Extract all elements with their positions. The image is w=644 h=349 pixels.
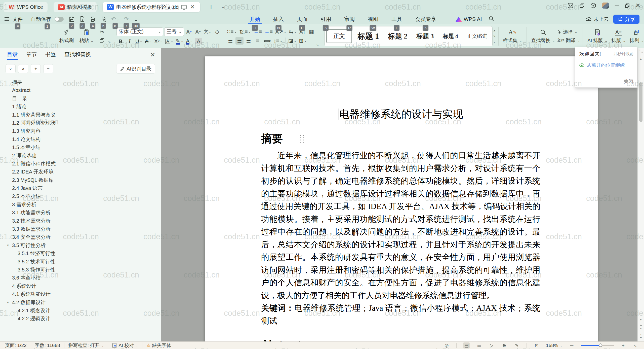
strikethrough-button[interactable]: A⌄ xyxy=(144,38,152,45)
ribbon-tab[interactable]: 视图 W xyxy=(362,14,384,24)
window-tab-home[interactable]: W WPS Office xyxy=(4,2,48,12)
toc-item[interactable]: 2.1 微信小程序模式 xyxy=(0,160,161,168)
close-window-button[interactable]: ✕ xyxy=(635,3,640,9)
underline-button[interactable]: U⌄ xyxy=(135,38,143,45)
export-pdf-button[interactable]: 3 xyxy=(79,16,85,22)
font-name-combo[interactable]: 宋体 (正文)⌄ xyxy=(116,27,163,36)
toc-item[interactable]: 摘要 xyxy=(0,78,161,86)
toc-item[interactable]: 2 理论基础 xyxy=(0,152,161,160)
eye-protect-icon[interactable]: ◎ xyxy=(443,342,450,348)
justify-button[interactable]: ≡ xyxy=(254,37,262,45)
toc-item[interactable]: 1.1 研究背景与意义 xyxy=(0,111,161,119)
close-sidebar-icon[interactable]: ✕ xyxy=(150,51,155,58)
style-item[interactable]: 正文缩进 xyxy=(464,32,491,41)
share-button[interactable]: 分享 xyxy=(613,15,639,24)
toc-item[interactable]: 3.4 安全需求分析 xyxy=(0,233,161,241)
char-shading-button[interactable]: A xyxy=(194,38,203,45)
ai-proofread-button[interactable]: AI 校对⌄ xyxy=(112,342,138,349)
toc-item[interactable]: 2.5 本章小结 xyxy=(0,192,161,200)
increase-indent-button[interactable]: →≡ xyxy=(264,28,273,36)
clear-format-button[interactable]: ◇ xyxy=(213,28,221,36)
ribbon-tab[interactable]: 插入 N xyxy=(268,14,289,24)
ink-pen-icon[interactable]: ✎ xyxy=(513,342,520,348)
wrap-button[interactable]: ⇆⌄ xyxy=(288,28,298,36)
web-view-icon[interactable]: ⊕ xyxy=(501,342,507,348)
customize-quickbar-button[interactable]: ⌄ 00 xyxy=(133,16,138,22)
font-size-combo[interactable]: 三号⌄ xyxy=(164,27,184,36)
toc-item[interactable]: 1.4 论文结构 xyxy=(0,135,161,143)
close-popup-button[interactable]: 关闭 xyxy=(624,78,633,85)
toc-item[interactable]: 1.3 研究内容 xyxy=(0,127,161,135)
style-set-button[interactable]: A✎ 样式集 ⌄ xyxy=(501,27,524,45)
highlight-button[interactable]: ✎⌄ xyxy=(175,38,184,45)
decrease-font-button[interactable]: A− xyxy=(194,28,202,36)
borders-button[interactable]: ⊞⌄ xyxy=(298,37,308,45)
toc-item[interactable]: 4.2 数据库设计 xyxy=(0,298,161,306)
layout-button[interactable]: A≡ 排版 ⌄ xyxy=(610,27,628,45)
font-color-button[interactable]: A⌄ xyxy=(185,38,193,45)
zoom-out-button[interactable]: ─ xyxy=(569,342,575,348)
select-button[interactable]: 选择⌄ xyxy=(557,29,580,35)
dialog-launcher-icon[interactable]: ⇘ xyxy=(316,43,319,47)
print-preview-button[interactable]: 5 xyxy=(100,16,106,22)
style-item[interactable]: 标题 2 xyxy=(384,30,411,42)
toc-item[interactable]: 4 系统设计 xyxy=(0,282,161,290)
align-left-button[interactable]: ☰ xyxy=(226,37,234,45)
character-border-button[interactable]: A⌄ xyxy=(165,38,174,45)
style-item[interactable]: 正文 xyxy=(326,29,352,43)
gallery-down-icon[interactable]: ∨ xyxy=(493,34,496,38)
ribbon-tab[interactable]: 开始 H xyxy=(244,14,266,24)
scrollbar-thumb[interactable] xyxy=(639,82,642,122)
scroll-down-icon[interactable]: ▼ xyxy=(639,318,642,321)
toc-item[interactable]: 4.2.2 逻辑设计 xyxy=(0,315,161,323)
scroll-up-icon[interactable]: ▲ xyxy=(639,57,642,61)
toc-item[interactable]: 4.1 系统功能设计 xyxy=(0,290,161,298)
superscript-button[interactable]: X2⌄ xyxy=(153,38,164,45)
toc-item[interactable]: 3.5.1 经济可行性 xyxy=(0,249,161,257)
page-view-icon[interactable]: ▤ xyxy=(463,342,470,348)
gallery-more-icon[interactable]: ⌄ xyxy=(493,40,496,43)
cloud-status[interactable]: 未上云 xyxy=(586,16,609,23)
paragraph-drag-handle[interactable] xyxy=(300,135,304,143)
toc-item[interactable]: 1.5 本章小结 xyxy=(0,143,161,151)
copy-icon[interactable] xyxy=(98,37,106,44)
align-center-button[interactable]: ☰ xyxy=(235,37,244,45)
toc-item[interactable]: 4.2.1 概念设计 xyxy=(0,306,161,315)
next-page-button[interactable]: ⏷⏷ xyxy=(640,332,642,339)
outline-view-icon[interactable]: ☱ xyxy=(476,342,482,348)
sidebar-tab[interactable]: 书签 xyxy=(45,48,56,60)
sidebar-tab[interactable]: 目录 xyxy=(7,48,18,60)
multi-window-icon[interactable] xyxy=(580,4,584,8)
collapse-toolbar-icon[interactable]: ⌃≡ xyxy=(638,50,643,54)
toc-item[interactable]: 1 绪论 xyxy=(0,102,161,111)
translate-button[interactable]: 文⇄ 翻译⌄ xyxy=(557,37,580,44)
expand-all-button[interactable]: ∨ xyxy=(6,64,16,73)
toc-item[interactable]: 3.5.2 技术可行性 xyxy=(0,258,161,266)
main-menu-icon[interactable] xyxy=(5,17,9,21)
toc-item[interactable]: 3.1 功能需求分析 xyxy=(0,208,161,217)
zoom-slider[interactable] xyxy=(581,345,614,346)
sidebar-tab[interactable]: 章节 xyxy=(26,48,37,60)
ribbon-tab[interactable]: 审阅 R xyxy=(339,14,360,24)
save-button[interactable]: 2 xyxy=(69,16,75,22)
assistant-icon[interactable] xyxy=(567,3,574,9)
arrange-button[interactable]: 排列 ⌄ xyxy=(628,27,644,45)
close-tab-icon[interactable]: ✕ xyxy=(189,4,196,10)
restore-button[interactable] xyxy=(625,4,629,8)
find-replace-button[interactable]: 查找替换 ⌄ xyxy=(529,27,557,45)
zoom-in-button[interactable]: ＋ xyxy=(620,342,626,348)
dialog-launcher-icon[interactable]: ⇘ xyxy=(108,40,111,44)
zoom-out-toc-button[interactable]: − xyxy=(43,64,53,73)
toc-item[interactable]: 2.2 IDEA 开发环境 xyxy=(0,168,161,176)
file-menu[interactable]: 文件 F xyxy=(13,16,23,23)
sidebar-tab[interactable]: 查找和替换 xyxy=(64,48,91,60)
ribbon-tab[interactable]: 页面 P xyxy=(291,14,313,24)
ribbon-tab[interactable]: 引用 S xyxy=(315,14,337,24)
missing-font-warning[interactable]: ⚠缺失字体 xyxy=(146,342,171,349)
shading-color-button[interactable]: ◪⌄ xyxy=(288,37,297,45)
toc-item[interactable]: 2.3 MySQL 数据库 xyxy=(0,176,161,184)
toc-item[interactable]: 3.3 数据需求分析 xyxy=(0,225,161,233)
toc-item[interactable]: 2.4 Java 语言 xyxy=(0,184,161,192)
ai-recognize-toc-button[interactable]: AI识别目录 xyxy=(116,64,155,74)
italic-button[interactable]: I xyxy=(126,38,134,45)
